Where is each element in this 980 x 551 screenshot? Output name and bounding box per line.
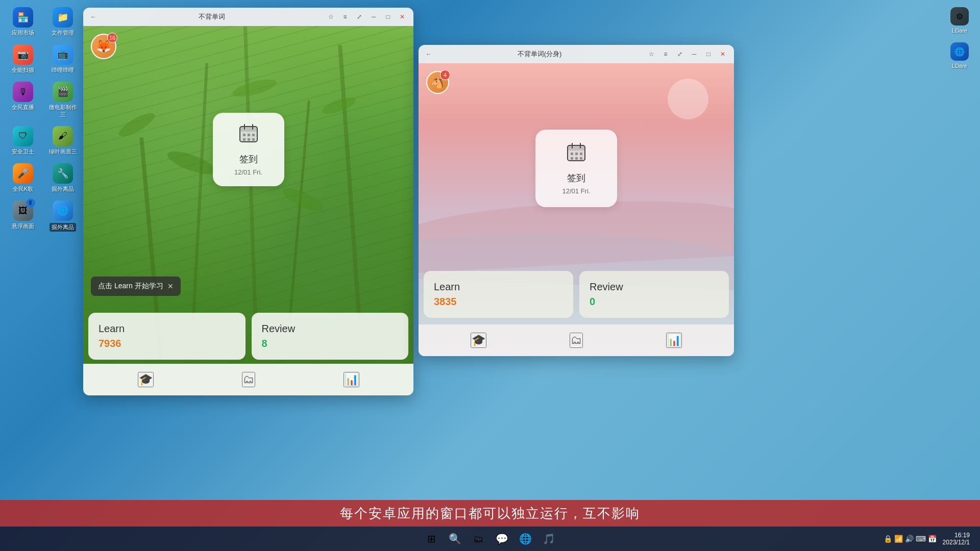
expand-btn-left[interactable]: ⤢ — [353, 11, 365, 23]
desktop-icon-app2[interactable]: 📁 文件管理 — [45, 5, 81, 38]
desktop-icon-app12[interactable]: 🌐 掘外离品 — [45, 198, 81, 234]
desktop-icon-app11[interactable]: 🖼 🎙 悬浮画面 — [5, 198, 41, 234]
expand-btn-right[interactable]: ⤢ — [674, 48, 686, 60]
desktop-icon-app8[interactable]: 🖌 绿叶画质三 — [45, 124, 81, 157]
titlebar-nav-left: ← — [88, 12, 99, 22]
icon-row-1: 🏪 应用市场 📁 文件管理 — [5, 5, 81, 38]
taskbar-search[interactable]: 🔍 — [445, 529, 465, 549]
checkin-card-left[interactable]: 签到 12/01 Fri. — [213, 113, 284, 186]
avatar-badge-left: 16 — [107, 33, 117, 43]
menu-btn-right[interactable]: ≡ — [659, 48, 672, 60]
learn-card-right[interactable]: Learn 3835 — [424, 271, 573, 318]
desktop-icon-app3[interactable]: 📷 全能扫描 — [5, 42, 41, 76]
icon-label-12: 掘外离品 — [50, 223, 76, 232]
minimize-btn-left[interactable]: ─ — [368, 11, 380, 23]
review-label-right: Review — [590, 281, 719, 293]
desktop-icon-app5[interactable]: 🎙 全民直播 — [5, 80, 41, 119]
desktop-icon-app9[interactable]: 🎤 全民K歌 — [5, 161, 41, 194]
svg-rect-5 — [248, 134, 250, 136]
svg-rect-4 — [243, 134, 246, 136]
desktop-icon-app1[interactable]: 🏪 应用市场 — [5, 5, 41, 38]
svg-rect-11 — [568, 145, 585, 151]
tooltip-text: 点击 Learn 开始学习 — [98, 282, 163, 291]
icon-label-1: 应用市场 — [12, 30, 34, 36]
tray-icons: 🔒 📶 🔊 ⌨ 📅 — [884, 535, 937, 543]
leaf-4 — [280, 184, 326, 215]
tray-date: 2023/12/1 — [943, 539, 970, 546]
system-taskbar: ⊞ 🔍 🗂 💬 🌐 🎵 🔒 📶 🔊 ⌨ 📅 16:19 2023/12/1 — [0, 527, 980, 551]
desktop-icon-app10[interactable]: 🔧 掘外离品 — [45, 161, 81, 194]
desktop-icon-app6[interactable]: 🎬 微电影制作三 — [45, 80, 81, 119]
taskbar-chat[interactable]: 💬 — [492, 529, 512, 549]
icon-row-2: 📷 全能扫描 📺 哔哩哔哩 — [5, 42, 81, 76]
window-right-title: 不背单词(分身) — [438, 49, 641, 59]
subtitle-text: 每个安卓应用的窗口都可以独立运行，互不影响 — [340, 505, 640, 522]
leaf-2 — [165, 147, 218, 179]
bookmark-btn-left[interactable]: ☆ — [325, 11, 337, 23]
maximize-btn-right[interactable]: □ — [702, 48, 715, 60]
nav-learn-btn-left[interactable]: 🎓 — [138, 372, 154, 387]
desktop-icon-app4[interactable]: 📺 哔哩哔哩 — [45, 42, 81, 76]
action-cards-left: Learn 7936 Review 8 — [88, 313, 408, 360]
tray-icon-2[interactable]: 🌐 LDare — [944, 40, 975, 71]
taskbar-music[interactable]: 🎵 — [538, 529, 559, 549]
review-card-left[interactable]: Review 8 — [252, 313, 409, 360]
minimize-btn-right[interactable]: ─ — [688, 48, 700, 60]
menu-btn-left[interactable]: ≡ — [339, 11, 351, 23]
action-cards-right: Learn 3835 Review 0 — [424, 271, 729, 318]
taskbar-browser[interactable]: 🌐 — [515, 529, 535, 549]
checkin-label-left: 签到 — [223, 153, 274, 165]
nav-archive-btn-left[interactable]: 🗂 — [242, 372, 255, 387]
bottom-nav-right: 🎓 🗂 📊 — [419, 324, 734, 356]
svg-rect-16 — [580, 153, 582, 155]
learn-label-right: Learn — [434, 281, 563, 293]
taskbar-files[interactable]: 🗂 — [468, 529, 488, 549]
svg-rect-17 — [571, 157, 573, 160]
taskbar-start[interactable]: ⊞ — [421, 529, 442, 549]
window-left-title: 不背单词 — [103, 12, 321, 21]
review-count-right: 0 — [590, 296, 719, 308]
nav-chart-btn-right[interactable]: 📊 — [666, 333, 682, 348]
icon-label-9: 全民K歌 — [13, 186, 33, 192]
back-button-right[interactable]: ← — [424, 49, 434, 59]
nav-learn-btn-right[interactable]: 🎓 — [471, 333, 486, 348]
titlebar-nav-right: ← — [424, 49, 434, 59]
review-card-right[interactable]: Review 0 — [579, 271, 729, 318]
learn-count-left: 7936 — [99, 338, 235, 349]
learn-count-right: 3835 — [434, 296, 563, 308]
svg-rect-7 — [243, 138, 246, 141]
avatar-container-left[interactable]: 🦊 16 — [91, 34, 116, 59]
svg-rect-14 — [571, 153, 573, 155]
checkin-card-right[interactable]: 签到 12/01 Fri. — [535, 130, 617, 207]
subtitle-banner: 每个安卓应用的窗口都可以独立运行，互不影响 — [0, 500, 980, 527]
icon-label-8: 绿叶画质三 — [49, 148, 77, 155]
tray-icon-1[interactable]: ⚙ LDare — [944, 5, 975, 36]
close-btn-left[interactable]: ✕ — [396, 11, 408, 23]
svg-rect-1 — [240, 127, 257, 132]
close-btn-right[interactable]: ✕ — [717, 48, 729, 60]
svg-rect-8 — [248, 138, 250, 141]
learn-card-left[interactable]: Learn 7936 — [88, 313, 246, 360]
bookmark-btn-right[interactable]: ☆ — [645, 48, 657, 60]
icon-label-5: 全民直播 — [12, 104, 34, 111]
maximize-btn-left[interactable]: □ — [382, 11, 394, 23]
icon-label-3: 全能扫描 — [12, 67, 34, 73]
review-label-left: Review — [262, 323, 399, 335]
desktop-icon-app7[interactable]: 🛡 安全卫士 — [5, 124, 41, 157]
leaf-1 — [116, 109, 158, 141]
icon-row-6: 🖼 🎙 悬浮画面 🌐 掘外离品 — [5, 198, 81, 234]
back-button-left[interactable]: ← — [88, 12, 99, 22]
svg-rect-19 — [580, 157, 582, 160]
svg-rect-9 — [252, 138, 255, 141]
avatar-container-right[interactable]: 🐴 4 — [426, 71, 449, 94]
app-bg-right: 🐴 4 — [419, 63, 734, 356]
app-content-right: 🐴 4 — [419, 63, 734, 356]
nav-chart-btn-left[interactable]: 📊 — [344, 372, 359, 387]
tooltip-close-btn[interactable]: ✕ — [167, 282, 174, 290]
svg-rect-15 — [575, 153, 578, 155]
icon-row-5: 🎤 全民K歌 🔧 掘外离品 — [5, 161, 81, 194]
avatar-left: 🦊 16 — [91, 34, 116, 59]
icon-row-3: 🎙 全民直播 🎬 微电影制作三 — [5, 80, 81, 119]
titlebar-controls-left: ☆ ≡ ⤢ ─ □ ✕ — [325, 11, 408, 23]
nav-archive-btn-right[interactable]: 🗂 — [570, 333, 583, 348]
